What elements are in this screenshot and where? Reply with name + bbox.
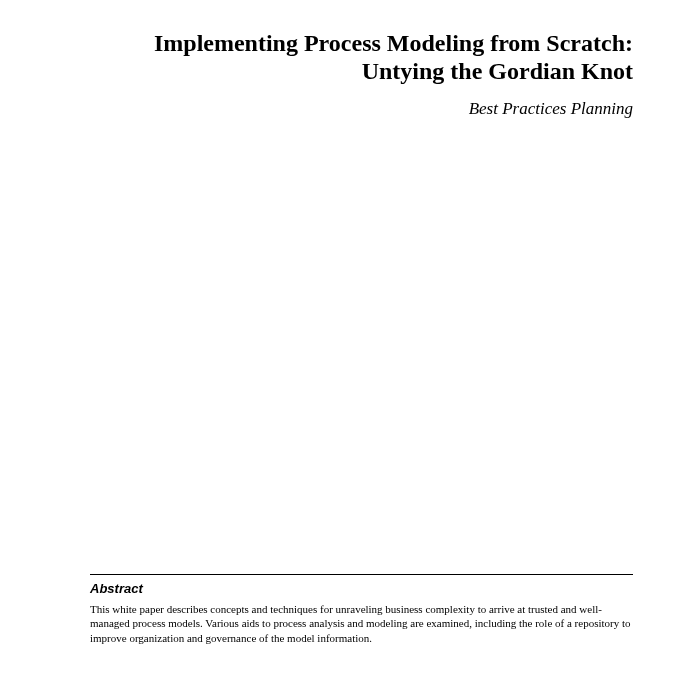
abstract-divider [90, 574, 633, 575]
title-line-2: Untying the Gordian Knot [90, 58, 633, 86]
title-block: Implementing Process Modeling from Scrat… [90, 30, 633, 85]
abstract-body: This white paper describes concepts and … [90, 602, 633, 645]
abstract-heading: Abstract [90, 581, 633, 596]
subtitle: Best Practices Planning [90, 99, 633, 119]
abstract-section: Abstract This white paper describes conc… [90, 574, 633, 645]
title-line-1: Implementing Process Modeling from Scrat… [90, 30, 633, 58]
